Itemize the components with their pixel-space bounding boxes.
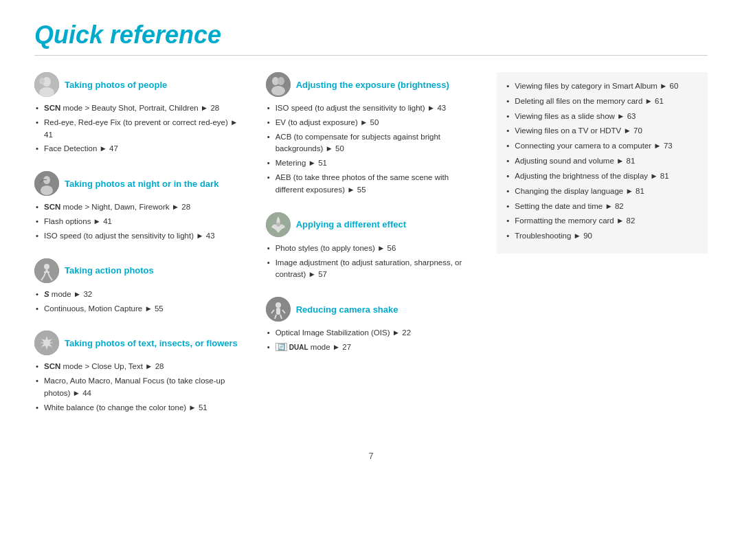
misc-item-4: Viewing files on a TV or HDTV ► 70 <box>506 125 698 137</box>
section-exposure-header: Adjusting the exposure (brightness) <box>266 72 477 97</box>
action-body: S mode ► 32 Continuous, Motion Capture ►… <box>34 289 245 315</box>
svg-point-3 <box>39 78 45 85</box>
svg-point-8 <box>44 264 49 269</box>
macro-title: Taking photos of text, insects, or flowe… <box>65 338 238 348</box>
column-2: Adjusting the exposure (brightness) ISO … <box>266 72 477 430</box>
misc-item-1: Viewing files by category in Smart Album… <box>506 80 698 93</box>
shake-body: Optical Image Stabilization (OIS) ► 22 🔄… <box>266 327 477 354</box>
misc-item-6: Adjusting sound and volume ► 81 <box>506 155 698 168</box>
people-icon <box>34 72 59 97</box>
people-body: SCN mode > Beauty Shot, Portrait, Childr… <box>34 102 245 155</box>
shake-item-2: 🔄 DUAL mode ► 27 <box>267 341 477 354</box>
macro-item-1: SCN mode > Close Up, Text ► 28 <box>36 361 245 373</box>
people-title: Taking photos of people <box>65 80 167 90</box>
night-title: Taking photos at night or in the dark <box>65 179 218 189</box>
exposure-icon <box>266 72 291 97</box>
action-item-1: S mode ► 32 <box>36 289 245 301</box>
section-effect-header: Applying a different effect <box>266 212 477 237</box>
section-macro-header: Taking photos of text, insects, or flowe… <box>34 331 245 355</box>
svg-point-17 <box>278 77 284 85</box>
page-title: Quick reference <box>34 21 708 49</box>
misc-item-7: Adjusting the brightness of the display … <box>506 170 698 183</box>
misc-item-5: Connecting your camera to a computer ► 7… <box>506 140 698 153</box>
macro-icon <box>34 331 59 355</box>
shake-item-1: Optical Image Stabilization (OIS) ► 22 <box>267 327 477 339</box>
section-action: Taking action photos S mode ► 32 Continu… <box>34 258 245 317</box>
misc-item-9: Setting the date and time ► 82 <box>506 201 698 213</box>
effect-icon <box>266 212 291 237</box>
svg-point-18 <box>271 86 285 96</box>
section-night: Taking photos at night or in the dark SC… <box>34 171 245 244</box>
effect-item-1: Photo styles (to apply tones) ► 56 <box>267 243 477 255</box>
misc-item-10: Formatting the memory card ► 82 <box>506 215 698 227</box>
svg-rect-23 <box>276 308 280 315</box>
section-people-header: Taking photos of people <box>34 72 245 97</box>
column-3: Viewing files by category in Smart Album… <box>497 72 708 430</box>
column-1: Taking photos of people SCN mode > Beaut… <box>34 72 245 430</box>
section-shake: Reducing camera shake Optical Image Stab… <box>266 297 477 356</box>
action-icon <box>34 258 59 283</box>
action-title: Taking action photos <box>65 265 154 276</box>
misc-item-11: Troubleshooting ► 90 <box>506 230 698 243</box>
misc-item-3: Viewing files as a slide show ► 63 <box>506 111 698 123</box>
section-exposure: Adjusting the exposure (brightness) ISO … <box>266 72 477 199</box>
macro-item-3: White balance (to change the color tone)… <box>36 402 245 414</box>
shake-title: Reducing camera shake <box>296 304 398 315</box>
main-content: Taking photos of people SCN mode > Beaut… <box>34 72 708 430</box>
people-item-1: SCN mode > Beauty Shot, Portrait, Childr… <box>36 102 245 115</box>
people-item-3: Face Detection ► 47 <box>36 143 245 155</box>
exposure-item-5: AEB (to take three photos of the same sc… <box>267 172 477 197</box>
exposure-item-4: Metering ► 51 <box>267 157 477 170</box>
night-item-2: Flash options ► 41 <box>36 216 245 228</box>
exposure-body: ISO speed (to adjust the sensitivity to … <box>266 102 477 197</box>
macro-body: SCN mode > Close Up, Text ► 28 Macro, Au… <box>34 361 245 414</box>
svg-point-6 <box>41 186 53 195</box>
exposure-item-3: ACB (to compensate for subjects against … <box>267 131 477 156</box>
action-item-2: Continuous, Motion Capture ► 55 <box>36 303 245 315</box>
exposure-title: Adjusting the exposure (brightness) <box>296 80 449 90</box>
page-number: 7 <box>34 451 708 461</box>
svg-point-20 <box>276 223 280 227</box>
section-shake-header: Reducing camera shake <box>266 297 477 322</box>
title-divider <box>34 55 708 56</box>
section-macro: Taking photos of text, insects, or flowe… <box>34 331 245 416</box>
effect-item-2: Image adjustment (to adjust saturation, … <box>267 257 477 282</box>
people-item-2: Red-eye, Red-eye Fix (to prevent or corr… <box>36 117 245 142</box>
section-effect: Applying a different effect Photo styles… <box>266 212 477 283</box>
exposure-item-2: EV (to adjust exposure) ► 50 <box>267 117 477 129</box>
misc-bullets: Viewing files by category in Smart Album… <box>497 72 708 254</box>
macro-item-2: Macro, Auto Macro, Manual Focus (to take… <box>36 375 245 400</box>
night-icon <box>34 171 59 196</box>
misc-item-2: Deleting all files on the memory card ► … <box>506 96 698 108</box>
shake-icon <box>266 297 291 322</box>
effect-body: Photo styles (to apply tones) ► 56 Image… <box>266 243 477 281</box>
section-action-header: Taking action photos <box>34 258 245 283</box>
exposure-item-1: ISO speed (to adjust the sensitivity to … <box>267 102 477 115</box>
misc-item-8: Changing the display language ► 81 <box>506 186 698 198</box>
night-item-3: ISO speed (to adjust the sensitivity to … <box>36 230 245 243</box>
svg-point-22 <box>276 302 281 308</box>
section-people: Taking photos of people SCN mode > Beaut… <box>34 72 245 157</box>
effect-title: Applying a different effect <box>296 219 406 229</box>
night-item-1: SCN mode > Night, Dawn, Firework ► 28 <box>36 201 245 214</box>
section-night-header: Taking photos at night or in the dark <box>34 171 245 196</box>
night-body: SCN mode > Night, Dawn, Firework ► 28 Fl… <box>34 201 245 242</box>
